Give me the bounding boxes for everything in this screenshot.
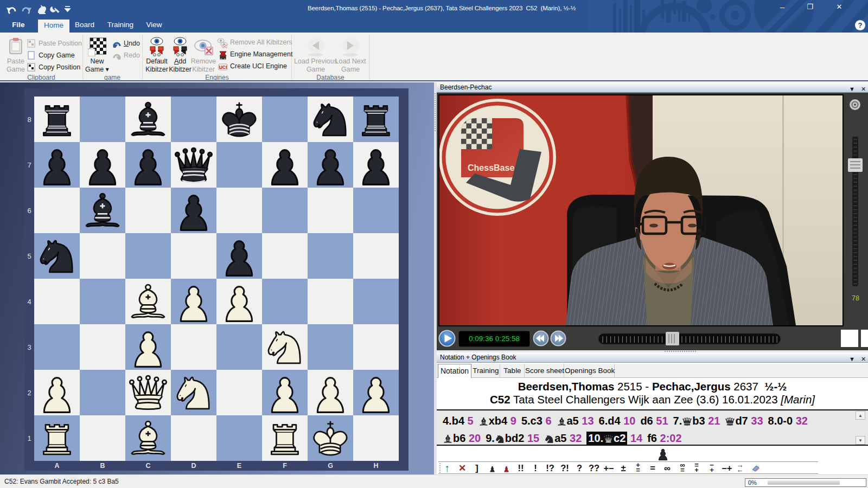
svg-text:A: A <box>54 462 59 470</box>
svg-text:1: 1 <box>27 434 31 442</box>
svg-text:E: E <box>237 462 241 470</box>
svg-text:7: 7 <box>27 161 31 169</box>
svg-text:4: 4 <box>27 298 31 306</box>
svg-text:D: D <box>191 462 196 470</box>
svg-text:F: F <box>283 462 287 470</box>
svg-text:ChessBase: ChessBase <box>468 163 514 172</box>
svg-text:78: 78 <box>852 294 859 302</box>
svg-text:B: B <box>100 462 105 470</box>
svg-text:3: 3 <box>27 343 31 351</box>
svg-text:8: 8 <box>27 115 31 124</box>
svg-text:5: 5 <box>27 252 31 260</box>
svg-text:H: H <box>373 462 378 470</box>
svg-text:UCI: UCI <box>219 65 227 70</box>
svg-text:6: 6 <box>27 207 31 215</box>
svg-text:G: G <box>328 462 333 470</box>
svg-text:C: C <box>145 462 150 470</box>
svg-text:2: 2 <box>27 389 31 397</box>
svg-text:0:09:36 0:25:58: 0:09:36 0:25:58 <box>469 335 520 343</box>
